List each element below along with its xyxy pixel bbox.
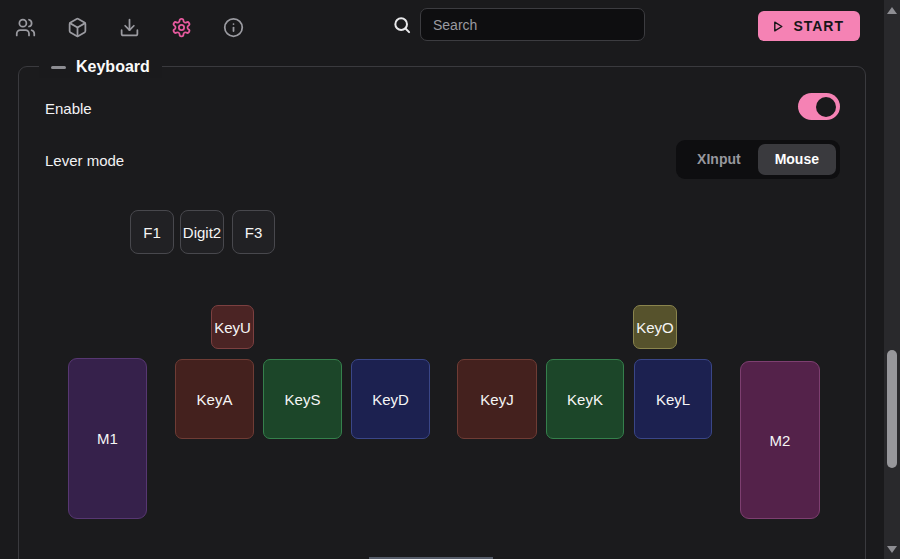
- key-button[interactable]: Digit2: [180, 210, 224, 254]
- arrow-up-icon: [887, 7, 897, 14]
- start-button[interactable]: START: [758, 11, 860, 41]
- key-button[interactable]: KeyU: [211, 305, 254, 349]
- key-button[interactable]: F1: [130, 210, 174, 254]
- arrow-down-icon: [887, 546, 897, 553]
- users-icon: [15, 17, 36, 38]
- main-nav: [9, 7, 249, 47]
- key-button[interactable]: KeyD: [351, 359, 430, 439]
- scroll-up-button[interactable]: [884, 2, 900, 18]
- settings-icon: [171, 17, 192, 38]
- key-button[interactable]: KeyL: [634, 359, 712, 439]
- key-button[interactable]: KeyS: [263, 359, 342, 439]
- scrollbar[interactable]: [884, 0, 900, 559]
- info-icon: [223, 17, 244, 38]
- package-icon: [67, 17, 88, 38]
- start-button-label: START: [793, 18, 844, 34]
- search-icon: [392, 15, 412, 35]
- key-area: F1Digit2F3KeyUKeyOM1KeyAKeySKeyDKeyJKeyK…: [19, 67, 865, 559]
- scroll-down-button[interactable]: [884, 541, 900, 557]
- nav-settings-button[interactable]: [165, 7, 197, 47]
- key-button[interactable]: KeyJ: [457, 359, 537, 439]
- key-button[interactable]: KeyO: [633, 305, 677, 349]
- nav-users-button[interactable]: [9, 7, 41, 47]
- key-button[interactable]: KeyK: [546, 359, 624, 439]
- key-button[interactable]: M1: [68, 358, 147, 519]
- key-button[interactable]: M2: [740, 361, 820, 519]
- nav-download-button[interactable]: [113, 7, 145, 47]
- nav-package-button[interactable]: [61, 7, 93, 47]
- topbar: START: [0, 0, 884, 54]
- download-icon: [119, 17, 140, 38]
- scroll-thumb[interactable]: [887, 350, 897, 468]
- play-icon: [771, 20, 784, 33]
- nav-info-button[interactable]: [217, 7, 249, 47]
- search-input[interactable]: [420, 8, 645, 41]
- key-button[interactable]: KeyA: [175, 359, 254, 439]
- key-button[interactable]: F3: [232, 210, 275, 254]
- keyboard-panel: Keyboard Enable Lever mode XInput Mouse …: [18, 66, 866, 559]
